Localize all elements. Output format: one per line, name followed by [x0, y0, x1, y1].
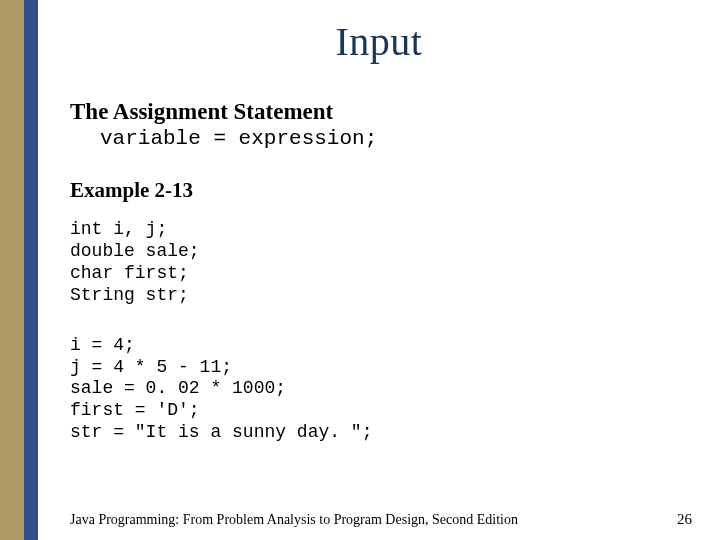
section-heading: The Assignment Statement	[70, 99, 700, 125]
slide-content: Input The Assignment Statement variable …	[38, 0, 720, 540]
slide-body: The Assignment Statement variable = expr…	[38, 99, 720, 444]
syntax-line: variable = expression;	[70, 127, 700, 152]
left-stripe-gold	[0, 0, 24, 540]
footer: Java Programming: From Problem Analysis …	[38, 511, 710, 528]
declarations-block: int i, j; double sale; char first; Strin…	[70, 219, 700, 307]
left-stripe-blue	[24, 0, 38, 540]
footer-text: Java Programming: From Problem Analysis …	[70, 512, 518, 528]
assignments-block: i = 4; j = 4 * 5 - 11; sale = 0. 02 * 10…	[70, 335, 700, 445]
example-label: Example 2-13	[70, 178, 700, 203]
page-number: 26	[677, 511, 692, 528]
slide-title: Input	[38, 18, 720, 65]
